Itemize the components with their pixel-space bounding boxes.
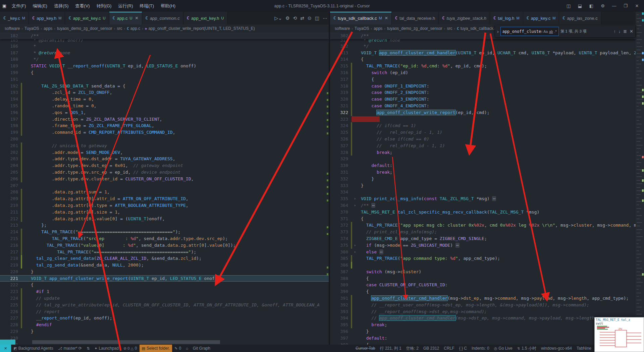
code-line-201[interactable]: 201 // unicast to gateway xyxy=(0,142,329,149)
editor-action-icon[interactable]: ◫ xyxy=(315,15,319,21)
left-horizontal-scrollbar[interactable] xyxy=(0,340,329,344)
tab-app.c[interactable]: Capp.cU✕ xyxy=(109,12,142,24)
code-line-373[interactable]: 373 // print_zcl_msg_info(msg); xyxy=(330,229,636,235)
breadcrumb-item[interactable]: tuyaos_demo_zg_door_sensor xyxy=(387,26,442,31)
left-breadcrumb[interactable]: software›TuyaOS›apps›tuyaos_demo_zg_door… xyxy=(0,24,329,33)
code-line-220[interactable]: 220} xyxy=(0,269,329,275)
code-line-198[interactable]: 198 .frame_type = ZG_ZCL_FRAME_TYPE_GLOB… xyxy=(0,122,329,129)
code-line-398[interactable]: 398 { xyxy=(330,342,636,345)
code-line-386[interactable]: 386 xyxy=(330,262,636,269)
regex-icon[interactable]: .* xyxy=(554,30,557,34)
menu-item[interactable]: 文件(F) xyxy=(9,2,29,10)
code-line-326[interactable]: 326 // else if(cmd == 0) xyxy=(330,136,636,142)
editor-action-icon[interactable]: ⚙ xyxy=(285,15,290,21)
status-item-background-agents[interactable]: ◩Background Agents xyxy=(11,345,55,352)
code-line-333[interactable]: 333} xyxy=(330,182,636,189)
code-line-187[interactable]: 187 * @return none xyxy=(0,50,329,56)
breadcrumb-item[interactable]: TuyaOS xyxy=(24,26,39,31)
code-line-329[interactable]: 329 xyxy=(330,156,636,162)
status-item-select-folder-[interactable]: ▤Select folder. xyxy=(140,345,172,352)
previous-match-icon[interactable]: ↑ xyxy=(613,29,616,34)
code-line-314[interactable]: 314{ xyxy=(330,56,636,63)
menu-item[interactable]: 终端(T) xyxy=(137,2,157,10)
editor-action-icon[interactable]: ⟲ xyxy=(293,15,297,21)
next-match-icon[interactable]: ↓ xyxy=(619,29,621,34)
window-control-icon[interactable]: ❐ xyxy=(621,2,631,10)
code-line-389[interactable]: 389 case CLUSTER_ON_OFF_CLUSTER_ID: xyxy=(330,282,636,288)
code-line-214[interactable]: 214 TAL_PR_TRACE("======================… xyxy=(0,229,329,235)
status-item--[interactable]: ✕ xyxy=(0,345,11,352)
tab-tuya_sdk_callback.c[interactable]: Ctuya_sdk_callback.cM✕ xyxy=(330,12,392,24)
code-line-199[interactable]: 199 .command_id = CMD_REPORT_ATTRIBUTES_… xyxy=(0,129,329,136)
code-line-332[interactable]: 332 } xyxy=(330,176,636,182)
code-line-209[interactable]: 209 .data.zg.attr[0].attr_id = ATTR_ON_O… xyxy=(0,195,329,202)
menu-item[interactable]: 选择(S) xyxy=(51,2,71,10)
menu-item[interactable]: 转到(G) xyxy=(94,2,115,10)
code-line-334[interactable]: 334 xyxy=(330,189,636,195)
status-item-windows-gcc-x64[interactable]: windows-gcc-x64 xyxy=(539,345,574,352)
tab-tuya_zigbee_stack.h[interactable]: Ctuya_zigbee_stack.h xyxy=(439,12,490,24)
code-line-208[interactable]: 208 .data.zg.attr_sum = 1, xyxy=(0,189,329,195)
right-code-area[interactable]: 302/**311 * @return none312 */313VOID_T … xyxy=(330,33,636,345)
match-case-icon[interactable]: Aa xyxy=(543,30,548,34)
code-line-223[interactable]: 223 #if 1 xyxy=(0,288,329,295)
code-line-317[interactable]: 317 { xyxy=(330,76,636,83)
code-line-182[interactable]: 182/** xyxy=(0,33,329,39)
code-line-315[interactable]: 315 TAL_PR_TRACE("ep_id: %d,cmd: %d", ep… xyxy=(330,63,636,69)
code-line-190[interactable]: 190{ xyxy=(0,69,329,76)
code-line-197[interactable]: 197 .direction = ZG_ZCL_DATA_SERVER_TO_C… xyxy=(0,116,329,123)
breadcrumb-item[interactable]: TuyaOS xyxy=(355,26,369,31)
picture-in-picture-window[interactable]: TAL_MSG_RET_E tal_z swit ZTU xyxy=(594,317,644,352)
tab-app_key.c[interactable]: Capp_key.cM xyxy=(523,12,559,24)
menu-item[interactable]: 运行(R) xyxy=(115,2,136,10)
window-control-icon[interactable]: — xyxy=(609,2,619,10)
code-line-375[interactable]: 375› if (msg->mode == ZG_UNICAST_MODE) ⋯ xyxy=(330,242,636,249)
code-line-327[interactable]: 327 // rel_off(ep_id - 1, 1) xyxy=(330,142,636,149)
menu-item[interactable]: 查看(V) xyxy=(72,2,93,10)
close-icon[interactable]: ✕ xyxy=(630,29,633,34)
code-line-372[interactable]: 372 TAL_PR_TRACE("app spec msg cb: clust… xyxy=(330,222,636,229)
code-line-393[interactable]: 393 // __report_onoff(msg->dst_ep,msg->c… xyxy=(330,308,636,315)
code-line-188[interactable]: 188 */ xyxy=(0,56,329,63)
code-line-215[interactable]: 215 TAL_PR_TRACE("src_ep : %d", send_dat… xyxy=(0,235,329,242)
status-item-tabnine[interactable]: TabNine xyxy=(574,345,594,352)
code-line-226[interactable]: 226 // report xyxy=(0,308,329,315)
close-icon[interactable]: ✕ xyxy=(385,16,388,20)
editor-action-icon[interactable]: ⇄ xyxy=(300,15,304,21)
status-item-launchpad[interactable]: ✦Launchpad xyxy=(92,345,121,352)
code-line-380[interactable]: 380› else ⋯ xyxy=(330,249,636,255)
code-line-206[interactable]: 206 .addr.type.dev.cluster_id = CLUSTER_… xyxy=(0,176,329,182)
code-line-385[interactable]: 385 TAL_PR_TRACE("app command type: %d",… xyxy=(330,255,636,262)
status-item-master-[interactable]: ⎇master* ⟳ xyxy=(56,345,84,352)
breadcrumb-item[interactable]: tuyaos_demo_zg_door_sensor xyxy=(57,26,112,31)
status-item-git-graph[interactable]: Git Graph xyxy=(191,345,213,352)
fold-chevron-icon[interactable]: › xyxy=(352,195,358,202)
status-item-1-5-[interactable]: ↯1.5 小时 xyxy=(515,345,539,352)
code-line-193[interactable]: 193 .zcl_id = ZCL_ID_ONOFF, xyxy=(0,89,329,96)
code-line-192[interactable]: 192 TAL_ZG_SEND_DATA_T send_data = { xyxy=(0,83,329,90)
status-item--[interactable]: ⇅ xyxy=(84,345,92,352)
window-control-icon[interactable]: ◫ xyxy=(564,2,574,10)
code-line-186[interactable]: 186 * xyxy=(0,43,329,50)
code-line-207[interactable]: 207 xyxy=(0,182,329,189)
editor-action-icon[interactable]: ▷⌄ xyxy=(275,15,282,21)
code-line-202[interactable]: 202 .addr.mode = SEND_MODE_DEV, xyxy=(0,149,329,156)
find-input[interactable] xyxy=(502,29,542,34)
code-line-331[interactable]: 331 break; xyxy=(330,169,636,176)
code-line-397[interactable]: 397 default: xyxy=(330,335,636,342)
find-collapse-chevron-icon[interactable]: › xyxy=(497,29,499,34)
code-line-316[interactable]: 316 switch (ep_id) xyxy=(330,69,636,76)
code-line-203[interactable]: 203 .addr.type.dev.dst_addr = TUYA_GATEW… xyxy=(0,156,329,162)
status-item-gb-2312[interactable]: GB 2312 xyxy=(421,345,441,352)
code-line-224[interactable]: 224 // update xyxy=(0,295,329,302)
code-line-374[interactable]: 374 ZIGBEE_CMD_E app_cmd_type = ZIGBEE_C… xyxy=(330,235,636,242)
code-line-322[interactable]: 322 app_onoff_cluster_write_report(ep_id… xyxy=(330,109,636,116)
code-line-312[interactable]: 312 */ xyxy=(330,43,636,50)
code-line-218[interactable]: 218 tal_zg_clear_send_data(ZG_CLEAR_ALL_… xyxy=(0,255,329,262)
find-input-box[interactable]: Aa ab .* xyxy=(501,27,558,36)
code-line-228[interactable]: 228 #endif xyxy=(0,321,329,328)
code-line-185[interactable]: 185 * @param[in] onoff) xyxy=(0,39,329,43)
code-line-396[interactable]: 396 } xyxy=(330,328,636,335)
code-line-324[interactable]: 324 // if(cmd == 1) xyxy=(330,122,636,129)
breadcrumb-item[interactable]: src xyxy=(117,26,122,31)
